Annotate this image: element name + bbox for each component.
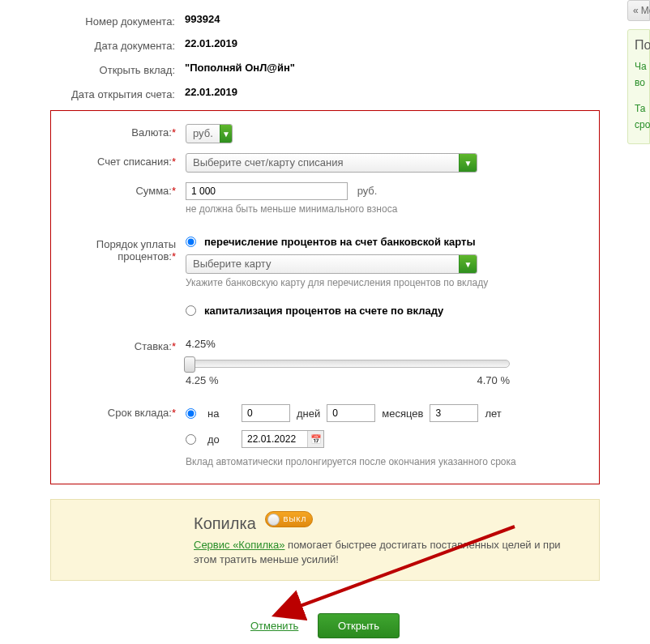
rate-value: 4.25% [186,338,583,350]
card-dropdown[interactable]: Выберите карту ▼ [186,254,477,274]
rate-min: 4.25 % [186,374,218,386]
form-box: Валюта:* руб. ▼ Счет списания:* Выберите… [50,110,600,484]
term-until-label: до [207,433,235,446]
side-info-box: По Ча во Та сро [627,29,650,144]
kopilka-toggle[interactable]: ВЫКЛ [265,511,312,527]
chevron-down-icon: ▼ [459,255,477,273]
term-for-label: на [207,407,235,420]
sum-hint: не должна быть меньше минимального взнос… [186,203,583,215]
open-button[interactable]: Открыть [318,613,400,638]
side-link-1[interactable]: Ча [635,61,646,72]
term-for-radio[interactable] [186,408,196,419]
open-date-label: Дата открытия счета: [0,86,185,100]
term-years-input[interactable] [430,404,478,422]
doc-number-label: Номер документа: [0,13,185,28]
side-link-2[interactable]: во [635,77,646,88]
open-deposit-name: "Пополняй ОнЛ@йн" [185,62,650,74]
interest-transfer-label: перечисление процентов на счет банковско… [204,236,476,248]
rate-max: 4.70 % [477,374,510,386]
side-link-4[interactable]: сро [635,119,646,130]
kopilka-link[interactable]: Сервис «Копилка» [194,539,284,551]
kopilka-title: Копилка [194,514,256,533]
actions-bar: Отменить Открыть [0,613,650,638]
rate-label: Ставка:* [51,338,186,352]
sum-unit: руб. [357,185,378,197]
interest-transfer-radio[interactable] [186,237,196,247]
kopilka-panel: Копилка ВЫКЛ Сервис «Копилка» помогает б… [50,499,600,581]
doc-number: 993924 [185,13,650,25]
chevron-down-icon: ▼ [220,125,232,143]
rate-slider[interactable] [186,360,510,368]
doc-date-label: Дата документа: [0,37,185,52]
debit-account-dropdown[interactable]: Выберите счет/карту списания ▼ [186,153,477,173]
side-button-mo[interactable]: « Мо [627,0,650,21]
currency-value: руб. [186,125,220,143]
interest-cap-radio[interactable] [186,305,196,316]
toggle-label: ВЫКЛ [283,515,306,523]
term-date-input[interactable] [242,431,307,447]
open-deposit-label: Открыть вклад: [0,62,185,76]
term-label: Срок вклада:* [51,404,186,419]
cancel-button[interactable]: Отменить [250,620,298,632]
debit-account-placeholder: Выберите счет/карту списания [186,154,459,172]
debit-account-label: Счет списания:* [51,153,186,168]
term-days-input[interactable] [242,404,290,422]
currency-dropdown[interactable]: руб. ▼ [186,124,233,143]
term-until-radio[interactable] [186,434,196,445]
term-months-label: месяцев [382,407,423,420]
term-months-input[interactable] [327,404,375,422]
card-placeholder: Выберите карту [186,255,459,273]
chevron-down-icon: ▼ [459,154,477,172]
sum-label: Сумма:* [51,182,186,197]
term-hint: Вклад автоматически пролонгируется после… [186,456,583,467]
currency-label: Валюта:* [51,124,186,139]
doc-date: 22.01.2019 [185,37,650,49]
interest-order-label: Порядок уплаты процентов:* [51,236,186,262]
interest-cap-label: капитализация процентов на счете по вкла… [204,305,443,317]
calendar-icon[interactable]: 📅 [307,431,323,447]
side-title: По [635,38,646,53]
term-date-field[interactable]: 📅 [242,430,324,448]
toggle-knob [267,514,280,526]
card-hint: Укажите банковскую карту для перечислени… [186,277,583,288]
sum-input[interactable] [186,182,348,200]
side-panel: « Мо По Ча во Та сро [627,0,650,243]
term-years-label: лет [485,407,501,420]
open-date: 22.01.2019 [185,86,650,98]
side-link-3[interactable]: Та [635,103,646,114]
term-days-label: дней [297,407,320,420]
slider-thumb[interactable] [184,356,195,373]
